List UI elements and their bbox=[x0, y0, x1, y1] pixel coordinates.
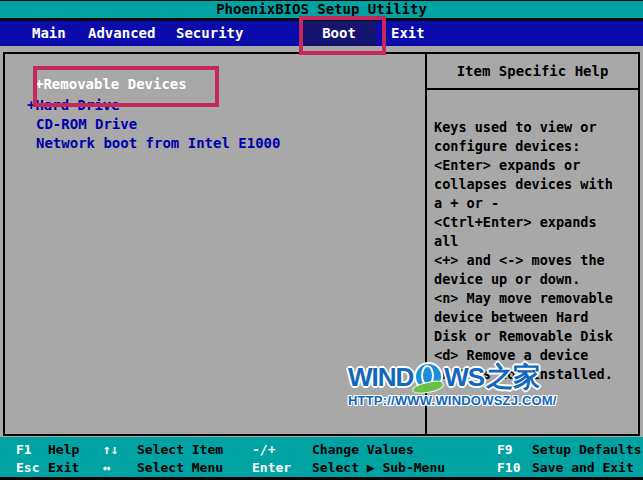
key-esc: Esc bbox=[16, 458, 39, 477]
key-legend-row: F1 Help ↑↓ Select Item -/+ Change Values… bbox=[0, 440, 643, 459]
help-line: device between Hard bbox=[434, 308, 638, 327]
help-line: <Enter> expands or bbox=[434, 156, 638, 175]
key-f1: F1 bbox=[16, 440, 32, 459]
key-f9: F9 bbox=[497, 440, 513, 459]
globe-icon bbox=[414, 362, 443, 391]
help-line: <Ctrl+Enter> expands bbox=[434, 213, 638, 232]
watermark-url: HTTP://WWW.WINDOWSZJ.COM/ bbox=[348, 393, 557, 408]
key-legend-bar: F1 Help ↑↓ Select Item -/+ Change Values… bbox=[0, 437, 643, 477]
key-updown-arrows: ↑↓ bbox=[103, 440, 119, 459]
tab-security[interactable]: Security bbox=[176, 21, 243, 46]
watermark: WIND WS 之家 HTTP://WWW.WINDOWSZJ.COM/ bbox=[348, 361, 557, 408]
tab-exit[interactable]: Exit bbox=[391, 21, 425, 46]
watermark-logo-ws: WS bbox=[444, 363, 484, 391]
watermark-logo-wind: WIND bbox=[348, 363, 413, 391]
help-line: <+> and <-> moves the bbox=[434, 251, 638, 270]
key-enter: Enter bbox=[252, 458, 291, 477]
tab-advanced[interactable]: Advanced bbox=[88, 21, 155, 46]
key-f10: F10 bbox=[497, 458, 520, 477]
list-item-network-boot[interactable]: Network boot from Intel E1000 bbox=[36, 135, 280, 151]
bios-setup-screen: PhoenixBIOS Setup Utility Main Advanced … bbox=[0, 0, 643, 480]
key-f10-label: Save and Exit bbox=[532, 458, 634, 477]
help-line: a + or - bbox=[434, 194, 638, 213]
help-line: all bbox=[434, 232, 638, 251]
page-title: PhoenixBIOS Setup Utility bbox=[216, 1, 427, 17]
help-line: <n> May move removable bbox=[434, 289, 638, 308]
help-line: Keys used to view or bbox=[434, 118, 638, 137]
tab-main[interactable]: Main bbox=[32, 21, 66, 46]
key-esc-label: Exit bbox=[48, 458, 79, 477]
help-line: Disk or Removable Disk bbox=[434, 327, 638, 346]
key-updown-label: Select Item bbox=[137, 440, 223, 459]
help-panel-title: Item Specific Help bbox=[427, 54, 638, 90]
key-leftright-label: Select Menu bbox=[137, 458, 223, 477]
key-leftright-arrows: ↔ bbox=[103, 458, 111, 477]
help-panel-text: Keys used to view or configure devices: … bbox=[427, 90, 638, 384]
help-line: configure devices: bbox=[434, 137, 638, 156]
watermark-logo: WIND WS 之家 bbox=[348, 361, 557, 392]
highlight-box-boot-tab bbox=[299, 16, 386, 55]
key-f1-label: Help bbox=[48, 440, 79, 459]
help-line: device up or down. bbox=[434, 270, 638, 289]
key-minus-plus-label: Change Values bbox=[312, 440, 414, 459]
help-line: collapses devices with bbox=[434, 175, 638, 194]
key-enter-label: Select ▶ Sub-Menu bbox=[312, 458, 445, 477]
list-item-cdrom-drive[interactable]: CD-ROM Drive bbox=[36, 116, 137, 132]
key-minus-plus: -/+ bbox=[252, 440, 275, 459]
highlight-box-removable-devices bbox=[33, 66, 219, 107]
key-f9-label: Setup Defaults bbox=[532, 440, 642, 459]
watermark-logo-cjk: 之家 bbox=[486, 363, 540, 391]
key-legend-row: Esc Exit ↔ Select Menu Enter Select ▶ Su… bbox=[0, 458, 643, 477]
